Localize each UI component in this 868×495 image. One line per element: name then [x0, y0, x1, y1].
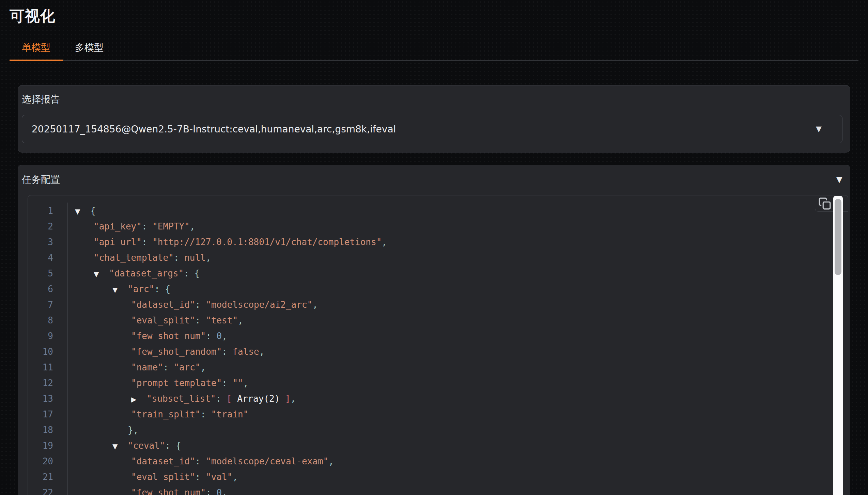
code-token: : [163, 362, 174, 372]
code-token: "prompt_template" [131, 378, 222, 388]
code-token: : [142, 221, 152, 231]
line-number: 9 [28, 328, 67, 344]
code-line: 19▼"ceval": { [28, 438, 848, 453]
code-line-content: "eval_split": "test", [67, 313, 243, 328]
line-number: 10 [28, 344, 67, 360]
code-token: : [165, 441, 176, 451]
code-token: : [142, 237, 152, 247]
code-token: , [328, 456, 334, 466]
line-number: 13 [28, 391, 67, 406]
code-line-content: "few_shot_num": 0, [67, 485, 227, 495]
code-token: : [206, 488, 216, 495]
line-number: 12 [28, 375, 67, 391]
code-line: 12"prompt_template": "", [28, 375, 848, 391]
code-token: "few_shot_num" [131, 331, 206, 341]
code-token: , [259, 347, 265, 357]
code-line: 18}, [28, 422, 848, 438]
task-config-panel: 任务配置 ▼ 1▼{2"api_key": "EMPTY",3"api_url"… [18, 165, 850, 495]
code-token: : [222, 378, 232, 388]
tab-bar: 单模型 多模型 [10, 36, 858, 61]
code-line: 6▼"arc": { [28, 281, 848, 297]
code-token: { [165, 284, 171, 294]
code-line-content: ▼"dataset_args": { [67, 266, 200, 281]
code-line-content: ▼"arc": { [67, 281, 170, 297]
code-line-content: "train_split": "train" [67, 406, 248, 422]
code-token: : [154, 284, 165, 294]
code-line-content: "few_shot_num": 0, [67, 328, 227, 344]
line-number: 18 [28, 422, 67, 438]
code-token: "api_url" [94, 237, 142, 247]
code-line-content: ▼{ [67, 203, 96, 219]
main-content: 选择报告 20250117_154856@Qwen2.5-7B-Instruct… [0, 85, 868, 495]
code-token: , [232, 472, 238, 482]
code-token: { [176, 441, 181, 451]
dropdown-caret-icon: ▼ [816, 125, 822, 133]
code-token: "chat_template" [94, 253, 174, 263]
code-line-content: "few_shot_random": false, [67, 344, 264, 360]
code-line-content: "name": "arc", [67, 360, 206, 375]
code-token: "eval_split" [131, 472, 195, 482]
line-number: 5 [28, 266, 67, 281]
code-line: 2"api_key": "EMPTY", [28, 219, 848, 234]
code-token: "few_shot_num" [131, 488, 206, 495]
collapse-arrow-icon[interactable]: ▼ [112, 438, 128, 454]
line-number: 8 [28, 313, 67, 328]
collapse-arrow-icon[interactable]: ▼ [75, 204, 90, 219]
code-token: "train_split" [131, 409, 201, 419]
code-line-content: "prompt_template": "", [67, 375, 248, 391]
code-line: 21"eval_split": "val", [28, 469, 848, 485]
collapse-arrow-icon[interactable]: ▼ [112, 282, 128, 298]
code-token: , [291, 394, 296, 404]
code-line: 8"eval_split": "test", [28, 313, 848, 328]
tab-multi-model[interactable]: 多模型 [63, 36, 116, 61]
code-token: null [184, 253, 206, 263]
code-token: "name" [131, 362, 163, 372]
code-token: : [195, 456, 206, 466]
code-line: 1▼{ [28, 203, 848, 219]
code-token: : [195, 315, 206, 325]
copy-button[interactable] [818, 197, 832, 211]
code-token: : [174, 253, 184, 263]
code-line: 20"dataset_id": "modelscope/ceval-exam", [28, 453, 848, 469]
copy-button-container [815, 195, 848, 212]
tab-single-model[interactable]: 单模型 [10, 36, 63, 61]
code-line-content: "chat_template": null, [67, 250, 211, 266]
code-token: "val" [206, 472, 232, 482]
report-dropdown[interactable]: 20250117_154856@Qwen2.5-7B-Instruct:ceva… [22, 115, 842, 143]
code-line: 7"dataset_id": "modelscope/ai2_arc", [28, 297, 848, 313]
collapse-arrow-icon[interactable]: ▼ [94, 266, 109, 282]
json-viewer: 1▼{2"api_key": "EMPTY",3"api_url": "http… [28, 195, 848, 495]
code-token: : [195, 472, 206, 482]
code-token: "api_key" [94, 221, 142, 231]
code-line: 4"chat_template": null, [28, 250, 848, 266]
code-token: "test" [206, 315, 238, 325]
code-token: false [232, 347, 259, 357]
line-number: 1 [28, 203, 67, 219]
line-number: 11 [28, 360, 67, 375]
code-line: 11"name": "arc", [28, 360, 848, 375]
code-token: "eval_split" [131, 315, 195, 325]
code-token: : [201, 409, 211, 419]
line-number: 21 [28, 469, 67, 485]
code-token: 0 [216, 488, 222, 495]
line-number: 22 [28, 485, 67, 495]
code-line-content: "api_key": "EMPTY", [67, 219, 195, 234]
code-token: "modelscope/ceval-exam" [206, 456, 328, 466]
code-token: "dataset_id" [131, 300, 195, 310]
expand-arrow-icon[interactable]: ▶ [131, 392, 146, 407]
code-token: : [216, 394, 227, 404]
accordion-collapse-icon[interactable]: ▼ [836, 175, 842, 184]
code-token: "ceval" [128, 441, 165, 451]
scrollbar-track[interactable] [833, 196, 843, 495]
code-token: "" [232, 378, 243, 388]
report-dropdown-value: 20250117_154856@Qwen2.5-7B-Instruct:ceva… [32, 124, 396, 135]
code-token: "subset_list" [146, 394, 216, 404]
code-token: ] [280, 394, 290, 404]
code-token: "http://127.0.0.1:8801/v1/chat/completio… [152, 237, 382, 247]
code-token: "arc" [174, 362, 200, 372]
code-line: 13▶"subset_list": [ Array(2) ], [28, 391, 848, 406]
code-line-content: "dataset_id": "modelscope/ceval-exam", [67, 453, 334, 469]
code-line: 9"few_shot_num": 0, [28, 328, 848, 344]
code-line-content: "eval_split": "val", [67, 469, 238, 485]
scrollbar-thumb[interactable] [835, 199, 841, 275]
